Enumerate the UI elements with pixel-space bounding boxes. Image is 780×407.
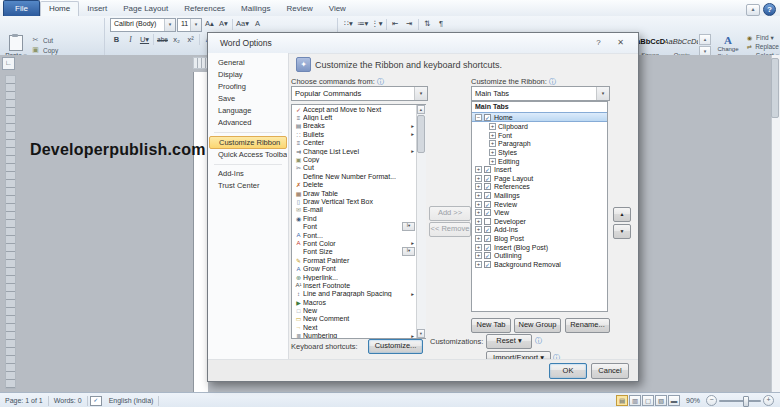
zoom-slider-thumb[interactable]: [743, 396, 749, 407]
gallery-up-icon[interactable]: ▴: [699, 34, 711, 45]
tree-item-blog-post[interactable]: +✓Blog Post: [472, 234, 607, 243]
tab-references[interactable]: References: [176, 2, 233, 16]
decrease-indent-button[interactable]: ⇤: [389, 18, 402, 30]
print-layout-view-button[interactable]: ▤: [616, 395, 628, 406]
checkbox[interactable]: ✓: [484, 201, 491, 208]
increase-indent-button[interactable]: ⇥: [403, 18, 416, 30]
expand-icon[interactable]: +: [475, 235, 482, 242]
command-item[interactable]: Font SizeI▾: [292, 248, 425, 256]
superscript-button[interactable]: x²: [184, 34, 197, 46]
scroll-down-icon[interactable]: ▾: [417, 329, 425, 338]
sidebar-item-add-ins[interactable]: Add-Ins: [209, 168, 287, 180]
tab-insert[interactable]: Insert: [79, 2, 115, 16]
strikethrough-button[interactable]: abe: [156, 34, 169, 46]
checkbox[interactable]: ✓: [484, 192, 491, 199]
keyboard-customize-button[interactable]: Customize...: [368, 339, 423, 354]
command-item[interactable]: ▭New Comment: [292, 315, 425, 323]
checkbox[interactable]: ✓: [484, 114, 491, 121]
sidebar-item-proofing[interactable]: Proofing: [209, 81, 287, 93]
tree-item-home[interactable]: −✓Home: [472, 112, 607, 122]
commands-list[interactable]: ✓Accept and Move to Next≡Align Left▤Brea…: [291, 104, 426, 339]
move-up-button[interactable]: ▲: [613, 207, 631, 222]
expand-icon[interactable]: +: [489, 140, 496, 147]
full-screen-reading-view-button[interactable]: ▥: [629, 395, 641, 406]
tree-item-insert[interactable]: +✓Insert: [472, 165, 607, 174]
sidebar-item-language[interactable]: Language: [209, 105, 287, 117]
sidebar-item-advanced[interactable]: Advanced: [209, 117, 287, 129]
font-size-combobox[interactable]: 11▾: [177, 18, 202, 32]
zoom-in-button[interactable]: +: [763, 395, 774, 406]
help-icon[interactable]: ?: [763, 3, 776, 16]
zoom-out-button[interactable]: −: [706, 395, 717, 406]
tab-stop-selector[interactable]: ∟: [2, 57, 15, 70]
command-item[interactable]: AFont...: [292, 231, 425, 239]
checkbox[interactable]: ✓: [484, 226, 491, 233]
tree-item-background-removal[interactable]: +✓Background Removal: [472, 260, 607, 269]
tree-item-paragraph[interactable]: +Paragraph: [486, 140, 607, 149]
command-item[interactable]: ≡Align Left: [292, 113, 425, 121]
multilevel-list-button[interactable]: ⋮▾: [370, 18, 383, 30]
zoom-level[interactable]: 90%: [682, 397, 704, 404]
command-item[interactable]: ✂Cut: [292, 164, 425, 172]
tree-item-styles[interactable]: +Styles: [486, 148, 607, 157]
tab-home[interactable]: Home: [40, 1, 79, 16]
tree-item-page-layout[interactable]: +✓Page Layout: [472, 174, 607, 183]
pilcrow-button[interactable]: ¶: [435, 18, 448, 30]
command-item[interactable]: ▤Breaks▸: [292, 122, 425, 130]
vertical-scrollbar[interactable]: [771, 55, 780, 392]
expand-icon[interactable]: +: [475, 209, 482, 216]
change-case-button[interactable]: Aa▾: [235, 18, 250, 30]
tree-item-references[interactable]: +✓References: [472, 183, 607, 192]
expand-icon[interactable]: +: [475, 218, 482, 225]
remove-button[interactable]: << Remove: [429, 222, 471, 237]
command-item[interactable]: □New: [292, 306, 425, 314]
add-button[interactable]: Add >>: [429, 206, 471, 221]
expand-icon[interactable]: +: [475, 252, 482, 259]
command-item[interactable]: ✗Delete: [292, 181, 425, 189]
outline-view-button[interactable]: ▧: [655, 395, 667, 406]
minimize-ribbon-icon[interactable]: ▴: [746, 4, 760, 16]
page-count[interactable]: Page: 1 of 1: [0, 397, 48, 404]
tree-item-editing[interactable]: +Editing: [486, 157, 607, 166]
command-item[interactable]: FontI▾: [292, 222, 425, 230]
sort-button[interactable]: ⇅: [421, 18, 434, 30]
close-icon[interactable]: ✕: [613, 37, 628, 49]
command-item[interactable]: Define New Number Format...: [292, 172, 425, 180]
word-count[interactable]: Words: 0: [49, 397, 87, 404]
cancel-button[interactable]: Cancel: [591, 363, 629, 379]
tree-item-developer[interactable]: +Developer: [472, 217, 607, 226]
sidebar-item-trust-center[interactable]: Trust Center: [209, 180, 287, 192]
checkbox[interactable]: ✓: [484, 175, 491, 182]
tree-item-insert-blog-post-[interactable]: +✓Insert (Blog Post): [472, 243, 607, 252]
sidebar-item-general[interactable]: General: [209, 57, 287, 69]
choose-commands-dropdown[interactable]: Popular Commands▾: [291, 86, 428, 101]
expand-icon[interactable]: +: [475, 192, 482, 199]
tree-item-outlining[interactable]: +✓Outlining: [472, 251, 607, 260]
command-item[interactable]: ⊛Hyperlink...: [292, 273, 425, 281]
chevron-down-icon[interactable]: ▾: [414, 87, 427, 100]
checkbox[interactable]: ✓: [484, 261, 491, 268]
tab-file[interactable]: File: [3, 0, 40, 16]
expand-icon[interactable]: +: [489, 149, 496, 156]
replace-button[interactable]: ⇄Replace: [747, 42, 779, 51]
checkbox[interactable]: ✓: [484, 183, 491, 190]
italic-button[interactable]: I: [124, 34, 137, 46]
chevron-down-icon[interactable]: ▾: [164, 19, 175, 31]
command-item[interactable]: ▣Copy: [292, 155, 425, 163]
command-item[interactable]: ↕Line and Paragraph Spacing▸: [292, 290, 425, 298]
command-item[interactable]: ▶Macros: [292, 298, 425, 306]
new-tab-button[interactable]: New Tab: [471, 318, 511, 333]
sidebar-item-quick-access-toolbar[interactable]: Quick Access Toolbar: [209, 149, 287, 161]
command-item[interactable]: ✎Format Painter: [292, 256, 425, 264]
chevron-down-icon[interactable]: ▾: [596, 87, 609, 100]
numbering-button[interactable]: ≔▾: [356, 18, 369, 30]
command-item[interactable]: ▯Draw Vertical Text Box: [292, 197, 425, 205]
tree-item-clipboard[interactable]: +Clipboard: [486, 122, 607, 131]
expand-icon[interactable]: +: [489, 132, 496, 139]
tree-item-font[interactable]: +Font: [486, 131, 607, 140]
web-layout-view-button[interactable]: ▢: [642, 395, 654, 406]
proofing-status-icon[interactable]: ✓: [90, 396, 102, 406]
bold-button[interactable]: B: [110, 34, 123, 46]
zoom-slider[interactable]: [719, 400, 761, 402]
tab-page-layout[interactable]: Page Layout: [115, 2, 176, 16]
